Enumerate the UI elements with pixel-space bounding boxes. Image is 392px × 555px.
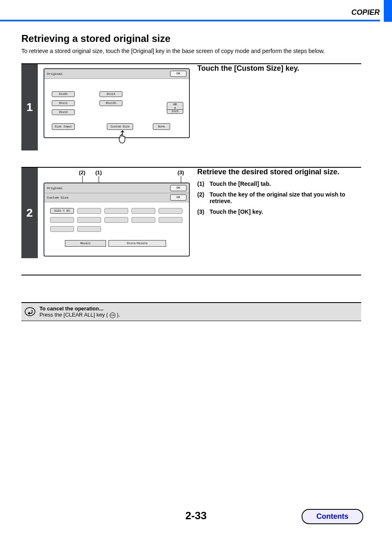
clear-all-icon: CA (110, 312, 115, 318)
substep-text: Touch the [OK] key. (210, 208, 263, 215)
note-title: To cancel the operation... (39, 305, 104, 312)
svg-point-0 (25, 308, 35, 316)
stored-size-slot[interactable] (159, 208, 182, 214)
stored-size-slot-active[interactable]: X15½ Y 8½ (50, 208, 74, 214)
ab-label: AB (167, 103, 183, 106)
size-btn[interactable]: 8½x13 (52, 109, 75, 115)
step2-desc-title: Retrieve the desired stored original siz… (197, 168, 361, 176)
back-arrow-icon (25, 306, 35, 317)
panel2-ok1-button[interactable]: OK (170, 185, 187, 191)
stored-size-slot[interactable] (104, 208, 128, 214)
substep-num: (3) (197, 208, 210, 215)
stored-size-slot[interactable] (131, 208, 155, 214)
size-btn[interactable]: 8½x14 (99, 91, 122, 97)
panel2-subtitle: Custom Size (47, 196, 69, 199)
size-btn[interactable]: 8½x11 (52, 100, 75, 106)
substep-num: (2) (197, 191, 210, 204)
panel1-ok-button[interactable]: OK (170, 71, 187, 77)
header-rule (0, 20, 380, 21)
stored-size-slot[interactable] (50, 217, 74, 223)
ab-inch-toggle[interactable]: AB ◆ Inch (167, 102, 183, 114)
size-btn[interactable]: 8½x13½ (99, 100, 122, 106)
size-btn[interactable]: 5½x8½ (52, 91, 75, 97)
ann-label-3: (3) (178, 169, 184, 176)
header-blue-bar (384, 0, 392, 22)
step-number-1: 1 (21, 64, 38, 150)
substep-text: Touch the key of the original size that … (210, 191, 361, 204)
ann-label-1: (1) (95, 169, 102, 176)
note-text: To cancel the operation... Press the [CL… (39, 305, 120, 318)
step-number-2: 2 (21, 168, 38, 258)
panel1-title: Original (47, 72, 62, 76)
inch-label: Inch (167, 109, 183, 113)
note-rule-bot (21, 321, 361, 321)
stored-size-slot[interactable] (77, 217, 101, 223)
separator (21, 275, 361, 275)
panel2-title: Original (47, 186, 62, 190)
stored-size-slot[interactable] (77, 226, 101, 232)
note-body-after: ). (117, 312, 120, 318)
touch-hand-icon (117, 130, 128, 145)
recall-tab[interactable]: Recall (65, 240, 106, 247)
substep-text: Touch the [Recall] tab. (210, 180, 271, 187)
contents-button[interactable]: Contents (302, 509, 363, 524)
intro-text: To retrieve a stored original size, touc… (21, 48, 361, 54)
stored-size-slot[interactable] (131, 217, 155, 223)
panel2-ok2-button[interactable]: OK (170, 194, 187, 201)
substep-num: (1) (197, 180, 210, 187)
stored-size-slot[interactable] (77, 208, 101, 214)
step1-desc-title: Touch the [Custom Size] key. (197, 64, 361, 73)
none-tab[interactable]: None (153, 123, 170, 130)
store-delete-tab[interactable]: Store/Delete (108, 240, 166, 247)
stored-size-slot[interactable] (159, 217, 182, 223)
custom-size-tab[interactable]: Custom Size (107, 123, 133, 130)
page-title: Retrieving a stored original size (21, 33, 361, 44)
size-input-tab[interactable]: Size Input (52, 123, 75, 130)
header-section: COPIER (351, 8, 380, 17)
ann-label-2: (2) (79, 169, 85, 176)
stored-size-slot[interactable] (50, 226, 74, 232)
stored-size-slot[interactable] (104, 217, 128, 223)
note-body-before: Press the [CLEAR ALL] key ( (39, 312, 108, 318)
